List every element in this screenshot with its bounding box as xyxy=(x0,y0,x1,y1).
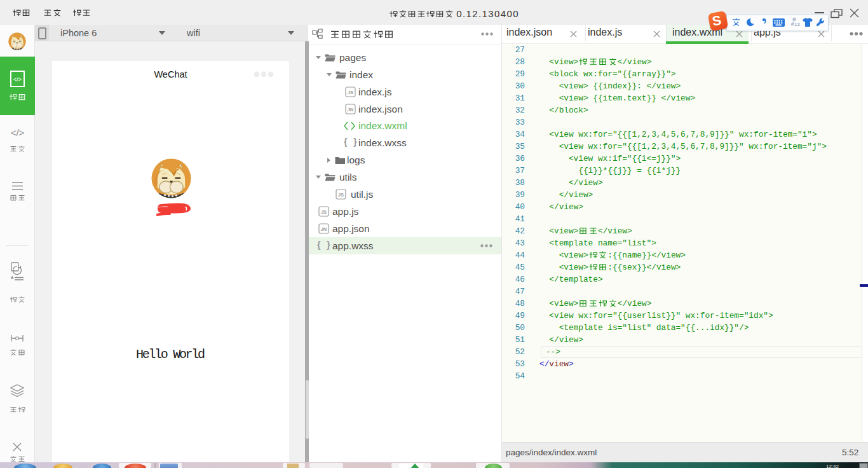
svg-text:JN: JN xyxy=(321,226,327,232)
svg-text:</>: </> xyxy=(13,76,22,83)
svg-text:JS: JS xyxy=(321,209,327,215)
svg-text:JN: JN xyxy=(348,107,354,113)
svg-text:JS: JS xyxy=(348,90,353,95)
svg-text:JS: JS xyxy=(338,192,344,198)
